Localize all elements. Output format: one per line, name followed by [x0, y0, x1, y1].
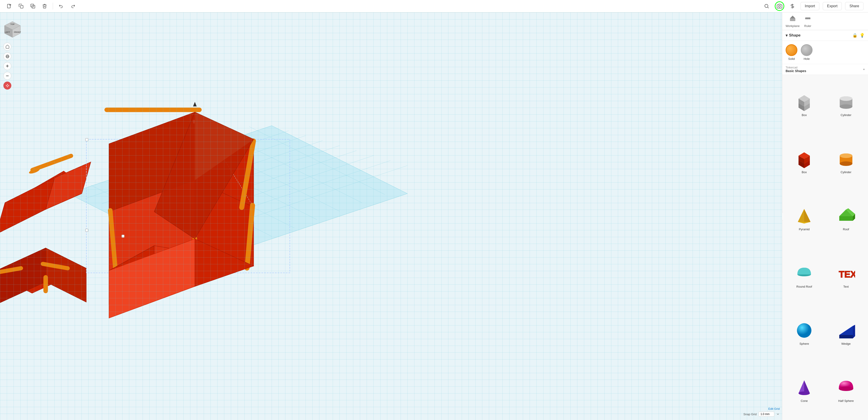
pyramid-label: Pyramid	[799, 228, 810, 231]
shape-item-half-sphere[interactable]: Half Sphere	[825, 362, 867, 419]
svg-text:TOP: TOP	[10, 23, 14, 25]
svg-rect-1	[20, 5, 23, 8]
lock-icon[interactable]: 🔒	[852, 33, 857, 38]
svg-marker-114	[798, 209, 804, 223]
round-roof-label: Round Roof	[797, 285, 812, 288]
home-nav-button[interactable]	[3, 43, 11, 51]
shapes-library: Workplane Ruler ▾ Shape 🔒 💡 Solid	[782, 12, 868, 420]
shape-item-wedge[interactable]: Wedge	[825, 305, 867, 362]
shape-item-cylinder-gray[interactable]: Cylinder	[825, 76, 867, 133]
svg-marker-117	[839, 216, 853, 221]
category-dropdown-arrow[interactable]: ▾	[863, 68, 865, 71]
grid-info: Edit Grid Snap Grid	[743, 407, 780, 417]
shape-item-sphere[interactable]: Sphere	[783, 305, 825, 362]
canvas-area[interactable]	[0, 12, 782, 420]
library-header: Workplane Ruler	[782, 12, 868, 30]
cylinder-gray-label: Cylinder	[841, 113, 851, 117]
left-controls: TOP LEFT FRONT + −	[3, 20, 22, 89]
category-provider: Tinkercad	[785, 66, 806, 69]
wedge-label: Wedge	[841, 342, 850, 345]
cone-label: Cone	[801, 399, 808, 402]
text-label: Text	[843, 285, 849, 288]
round-roof-icon	[795, 264, 814, 283]
toolbar-right: Import Export Share	[762, 1, 864, 11]
hole-button[interactable]: Hole	[801, 44, 812, 60]
copy-button[interactable]	[16, 1, 26, 11]
snap-grid-input[interactable]	[758, 412, 774, 417]
svg-marker-85	[790, 16, 795, 18]
duplicate-button[interactable]	[28, 1, 38, 11]
shape-item-box-gray[interactable]: Box	[783, 76, 825, 133]
snap-grid-label: Snap Grid	[743, 413, 757, 416]
cylinder-orange-icon	[836, 149, 856, 169]
panel-collapse-arrow[interactable]: ›	[782, 212, 783, 220]
import-button[interactable]: Import	[801, 2, 819, 10]
share-button[interactable]: Share	[845, 2, 864, 10]
zoom-out-button[interactable]: −	[3, 72, 11, 80]
shape-title-text: Shape	[789, 33, 801, 38]
pyramid-icon	[795, 206, 814, 226]
roof-label: Roof	[843, 228, 849, 231]
svg-point-4	[765, 4, 768, 7]
cone-icon	[795, 378, 814, 397]
shape-item-pyramid[interactable]: Pyramid	[783, 190, 825, 247]
sphere-icon	[795, 321, 814, 340]
shapes-grid: Box Cylinder	[782, 75, 868, 420]
new-button[interactable]	[4, 1, 14, 11]
shape-item-roof[interactable]: Roof	[825, 190, 867, 247]
category-selector: Tinkercad Basic Shapes ▾	[782, 64, 868, 75]
workplane-label: Workplane	[785, 24, 800, 28]
svg-marker-113	[804, 209, 810, 223]
snap-dropdown-icon[interactable]	[776, 412, 780, 416]
view-cube[interactable]: TOP LEFT FRONT	[3, 20, 22, 38]
roof-icon	[836, 206, 856, 226]
zoom-in-button[interactable]: +	[3, 62, 11, 70]
redo-button[interactable]	[68, 1, 78, 11]
svg-point-122	[797, 323, 811, 338]
ruler-label: Ruler	[804, 24, 811, 28]
edit-grid-label[interactable]: Edit Grid	[768, 407, 780, 411]
svg-point-100	[840, 104, 852, 109]
half-sphere-label: Half Sphere	[838, 399, 854, 402]
solid-label: Solid	[788, 57, 795, 60]
category-name: Basic Shapes	[785, 69, 806, 73]
workplane-tab[interactable]: Workplane	[785, 15, 800, 28]
solid-button[interactable]: Solid	[785, 44, 797, 60]
search-button[interactable]	[762, 1, 771, 11]
svg-point-111	[840, 153, 852, 158]
solid-circle	[785, 44, 797, 56]
ruler-icon	[804, 15, 811, 23]
align-button[interactable]	[788, 1, 797, 11]
solid-hole-row: Solid Hole	[782, 41, 868, 64]
shape-item-box-red[interactable]: Box	[783, 133, 825, 190]
shape-item-cone[interactable]: Cone	[783, 362, 825, 419]
camera-button[interactable]	[775, 1, 784, 11]
toolbar-left	[4, 1, 78, 11]
undo-button[interactable]	[56, 1, 66, 11]
shape-title: ▾ Shape	[785, 33, 801, 38]
box-gray-icon	[795, 92, 814, 112]
svg-rect-84	[790, 18, 795, 21]
box-red-label: Box	[802, 170, 807, 174]
svg-marker-124	[839, 335, 853, 338]
svg-point-110	[840, 161, 852, 166]
shape-item-round-roof[interactable]: Round Roof	[783, 247, 825, 304]
category-info: Tinkercad Basic Shapes	[785, 66, 806, 73]
grid-background	[0, 12, 782, 420]
fit-button[interactable]	[3, 82, 11, 89]
svg-point-101	[840, 96, 852, 101]
cylinder-orange-label: Cylinder	[841, 170, 851, 174]
svg-marker-125	[853, 325, 855, 338]
delete-button[interactable]	[40, 1, 49, 11]
shape-item-cylinder-orange[interactable]: Cylinder	[825, 133, 867, 190]
hole-circle	[801, 44, 812, 56]
ruler-tab[interactable]: Ruler	[804, 15, 811, 28]
shape-header: ▾ Shape 🔒 💡	[782, 30, 868, 41]
orbit-nav-button[interactable]	[3, 52, 11, 60]
export-button[interactable]: Export	[823, 2, 842, 10]
shape-item-text[interactable]: TEXT Text	[825, 247, 867, 304]
svg-text:TEXT: TEXT	[839, 269, 855, 279]
half-sphere-icon	[836, 378, 856, 397]
box-gray-label: Box	[802, 113, 807, 117]
light-icon[interactable]: 💡	[860, 33, 865, 38]
